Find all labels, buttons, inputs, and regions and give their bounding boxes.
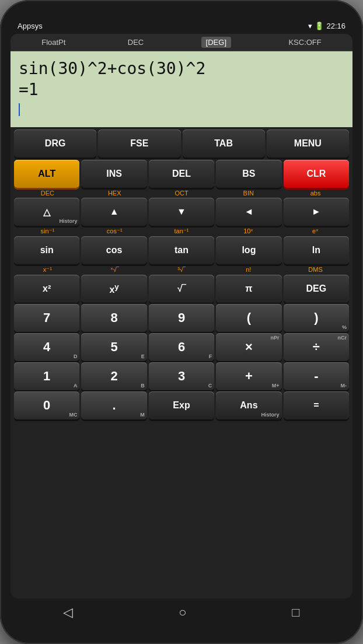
- row-456: 4 D 5 E 6 F × nPr ÷ nCr: [13, 333, 350, 361]
- btn-left[interactable]: ◄: [216, 198, 281, 226]
- btn-clr[interactable]: CLR: [284, 160, 349, 188]
- top-bar-deg[interactable]: [DEG]: [201, 37, 231, 48]
- btn-drg[interactable]: DRG: [14, 130, 96, 158]
- btn-1[interactable]: 1 A: [14, 362, 79, 390]
- btn-plus[interactable]: + M+: [216, 362, 281, 390]
- btn-tan[interactable]: tan: [149, 236, 214, 264]
- btn-x2[interactable]: x²: [14, 275, 79, 303]
- wifi-icon: ▾: [308, 22, 312, 30]
- btn-divide[interactable]: ÷ nCr: [284, 333, 349, 361]
- btn-tab[interactable]: TAB: [183, 130, 265, 158]
- row-0: 0 MC . M Exp Ans History =: [13, 391, 350, 419]
- display-expression: sin(30)^2+cos(30)^2 =1: [19, 58, 344, 101]
- btn-equals[interactable]: =: [284, 391, 349, 419]
- nav-home[interactable]: ○: [167, 603, 198, 622]
- btn-ln[interactable]: ln: [284, 236, 349, 264]
- btn-3[interactable]: 3 C: [149, 362, 214, 390]
- btn-cos[interactable]: cos: [81, 236, 146, 264]
- btn-6[interactable]: 6 F: [149, 333, 214, 361]
- btn-lparen[interactable]: (: [216, 304, 281, 332]
- btn-sqrt[interactable]: √‾: [149, 275, 214, 303]
- row-trig: sin cos tan log ln: [13, 236, 350, 264]
- device: Appsys ▾ 🔋 22:16 FloatPt DEC [DEG] KSC:O…: [0, 0, 363, 644]
- nav-back[interactable]: ◁: [51, 603, 85, 622]
- top-bar-ksc[interactable]: KSC:OFF: [284, 37, 326, 48]
- cursor: [19, 103, 20, 116]
- btn-sin[interactable]: sin: [14, 236, 79, 264]
- btn-exp[interactable]: Exp: [149, 391, 214, 419]
- btn-down[interactable]: ▼: [149, 198, 214, 226]
- btn-9[interactable]: 9: [149, 304, 214, 332]
- btn-rparen[interactable]: ) %: [284, 304, 349, 332]
- sub-labels-1: DEC HEX OCT BIN abs: [13, 189, 350, 197]
- btn-pi[interactable]: π: [216, 275, 281, 303]
- btn-del[interactable]: DEL: [149, 160, 214, 188]
- function-row: DRG FSE TAB MENU: [13, 130, 350, 159]
- top-bar: FloatPt DEC [DEG] KSC:OFF: [11, 34, 352, 51]
- btn-multiply[interactable]: × nPr: [216, 333, 281, 361]
- sub-labels-trig: x⁻¹ ˣ√‾ ³√‾ n! DMS: [13, 265, 350, 274]
- btn-minus[interactable]: - M-: [284, 362, 349, 390]
- top-bar-floatpt[interactable]: FloatPt: [37, 37, 70, 48]
- btn-4[interactable]: 4 D: [14, 333, 79, 361]
- btn-5[interactable]: 5 E: [81, 333, 146, 361]
- btn-0[interactable]: 0 MC: [14, 391, 79, 419]
- row-123: 1 A 2 B 3 C + M+ - M-: [13, 362, 350, 390]
- btn-xy[interactable]: xy: [81, 275, 146, 303]
- btn-dot[interactable]: . M: [81, 391, 146, 419]
- row-789: 7 8 9 ( ) %: [13, 304, 350, 332]
- btn-history-up[interactable]: △ History: [14, 198, 79, 226]
- row-powers: x² xy √‾ π DEG: [13, 275, 350, 303]
- btn-bs[interactable]: BS: [216, 160, 281, 188]
- battery-icon: 🔋: [315, 22, 324, 30]
- time: 22:16: [326, 22, 345, 30]
- btn-8[interactable]: 8: [81, 304, 146, 332]
- nav-bar: ◁ ○ □: [11, 598, 352, 626]
- screen: FloatPt DEC [DEG] KSC:OFF sin(30)^2+cos(…: [11, 34, 352, 598]
- status-left: Appsys: [18, 22, 43, 30]
- btn-fse[interactable]: FSE: [98, 130, 180, 158]
- status-bar: Appsys ▾ 🔋 22:16: [11, 18, 352, 34]
- calc-body: DRG FSE TAB MENU ALT INS DEL BS CLR DEC …: [11, 127, 352, 598]
- btn-log[interactable]: log: [216, 236, 281, 264]
- btn-menu[interactable]: MENU: [267, 130, 349, 158]
- btn-alt[interactable]: ALT: [14, 160, 79, 188]
- inv-labels: sin⁻¹ cos⁻¹ tan⁻¹ 10ˣ eˣ: [13, 227, 350, 235]
- row-arrows: △ History ▲ ▼ ◄ ►: [13, 198, 350, 226]
- app-name: Appsys: [18, 22, 43, 30]
- top-bar-dec[interactable]: DEC: [123, 37, 148, 48]
- btn-ins[interactable]: INS: [81, 160, 146, 188]
- btn-right[interactable]: ►: [284, 198, 349, 226]
- row-alt: ALT INS DEL BS CLR: [13, 160, 350, 188]
- btn-ans[interactable]: Ans History: [216, 391, 281, 419]
- nav-recent[interactable]: □: [280, 603, 311, 622]
- btn-7[interactable]: 7: [14, 304, 79, 332]
- btn-deg[interactable]: DEG: [284, 275, 349, 303]
- display: sin(30)^2+cos(30)^2 =1: [11, 51, 352, 127]
- status-right: ▾ 🔋 22:16: [308, 22, 345, 30]
- btn-2[interactable]: 2 B: [81, 362, 146, 390]
- btn-up[interactable]: ▲: [81, 198, 146, 226]
